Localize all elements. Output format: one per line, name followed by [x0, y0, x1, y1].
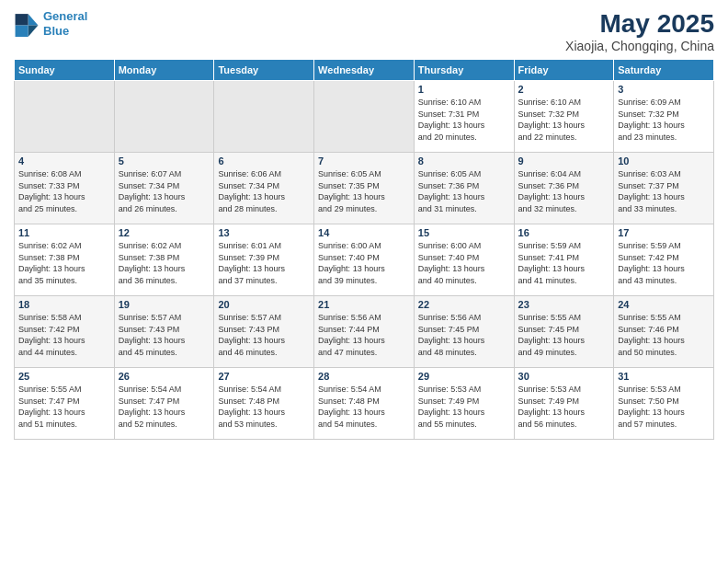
calendar-cell: 12Sunrise: 6:02 AM Sunset: 7:38 PM Dayli…: [114, 224, 214, 296]
col-friday: Friday: [514, 60, 614, 81]
svg-rect-2: [16, 14, 28, 25]
calendar-cell: [15, 81, 115, 153]
calendar-cell: 28Sunrise: 5:54 AM Sunset: 7:48 PM Dayli…: [314, 368, 415, 440]
day-number: 23: [518, 299, 610, 310]
week-row-4: 25Sunrise: 5:55 AM Sunset: 7:47 PM Dayli…: [15, 368, 714, 440]
day-info: Sunrise: 5:59 AM Sunset: 7:42 PM Dayligh…: [618, 240, 710, 286]
day-number: 25: [18, 371, 110, 382]
col-thursday: Thursday: [414, 60, 514, 81]
col-saturday: Saturday: [614, 60, 714, 81]
calendar-cell: 26Sunrise: 5:54 AM Sunset: 7:47 PM Dayli…: [114, 368, 214, 440]
calendar-cell: 29Sunrise: 5:53 AM Sunset: 7:49 PM Dayli…: [414, 368, 514, 440]
col-monday: Monday: [114, 60, 214, 81]
day-number: 17: [618, 227, 710, 238]
calendar-cell: 11Sunrise: 6:02 AM Sunset: 7:38 PM Dayli…: [15, 224, 115, 296]
day-number: 16: [518, 227, 610, 238]
day-info: Sunrise: 5:55 AM Sunset: 7:45 PM Dayligh…: [518, 312, 610, 358]
day-info: Sunrise: 5:56 AM Sunset: 7:45 PM Dayligh…: [418, 312, 510, 358]
calendar-cell: 2Sunrise: 6:10 AM Sunset: 7:32 PM Daylig…: [514, 81, 614, 153]
day-info: Sunrise: 6:05 AM Sunset: 7:36 PM Dayligh…: [418, 168, 510, 214]
calendar-cell: 24Sunrise: 5:55 AM Sunset: 7:46 PM Dayli…: [614, 296, 714, 368]
day-number: 15: [418, 227, 510, 238]
day-number: 24: [618, 299, 710, 310]
day-info: Sunrise: 5:57 AM Sunset: 7:43 PM Dayligh…: [119, 312, 210, 358]
day-number: 10: [618, 155, 710, 167]
day-number: 1: [418, 84, 510, 95]
day-info: Sunrise: 6:00 AM Sunset: 7:40 PM Dayligh…: [418, 240, 510, 286]
calendar-cell: 21Sunrise: 5:56 AM Sunset: 7:44 PM Dayli…: [314, 296, 415, 368]
day-number: 4: [18, 155, 110, 167]
calendar-cell: 22Sunrise: 5:56 AM Sunset: 7:45 PM Dayli…: [414, 296, 514, 368]
day-info: Sunrise: 5:54 AM Sunset: 7:48 PM Dayligh…: [218, 384, 310, 430]
day-number: 19: [119, 299, 210, 310]
day-info: Sunrise: 5:53 AM Sunset: 7:49 PM Dayligh…: [418, 384, 510, 430]
day-info: Sunrise: 6:07 AM Sunset: 7:34 PM Dayligh…: [119, 168, 210, 214]
day-number: 22: [418, 299, 510, 310]
day-number: 3: [618, 84, 710, 95]
day-number: 29: [418, 371, 510, 382]
day-number: 18: [18, 299, 110, 310]
day-info: Sunrise: 6:02 AM Sunset: 7:38 PM Dayligh…: [18, 240, 110, 286]
calendar-cell: [314, 81, 415, 153]
header-row: Sunday Monday Tuesday Wednesday Thursday…: [15, 60, 714, 81]
calendar-cell: 30Sunrise: 5:53 AM Sunset: 7:49 PM Dayli…: [514, 368, 614, 440]
day-number: 13: [218, 227, 310, 238]
week-row-3: 18Sunrise: 5:58 AM Sunset: 7:42 PM Dayli…: [15, 296, 714, 368]
day-info: Sunrise: 6:01 AM Sunset: 7:39 PM Dayligh…: [218, 240, 310, 286]
logo-icon: [14, 11, 40, 37]
logo-text: General Blue: [43, 9, 87, 38]
day-info: Sunrise: 6:09 AM Sunset: 7:32 PM Dayligh…: [618, 97, 710, 143]
day-number: 26: [119, 371, 210, 382]
col-wednesday: Wednesday: [314, 60, 415, 81]
calendar-cell: 15Sunrise: 6:00 AM Sunset: 7:40 PM Dayli…: [414, 224, 514, 296]
day-info: Sunrise: 5:57 AM Sunset: 7:43 PM Dayligh…: [218, 312, 310, 358]
day-number: 11: [18, 227, 110, 238]
calendar-cell: 25Sunrise: 5:55 AM Sunset: 7:47 PM Dayli…: [15, 368, 115, 440]
calendar-cell: 5Sunrise: 6:07 AM Sunset: 7:34 PM Daylig…: [114, 153, 214, 224]
calendar-cell: 6Sunrise: 6:06 AM Sunset: 7:34 PM Daylig…: [214, 153, 314, 224]
calendar-table: Sunday Monday Tuesday Wednesday Thursday…: [14, 59, 714, 440]
day-number: 14: [318, 227, 410, 238]
day-info: Sunrise: 6:02 AM Sunset: 7:38 PM Dayligh…: [119, 240, 210, 286]
day-info: Sunrise: 5:55 AM Sunset: 7:47 PM Dayligh…: [18, 384, 110, 430]
subtitle: Xiaojia, Chongqing, China: [565, 39, 714, 53]
calendar-cell: [214, 81, 314, 153]
calendar-cell: 16Sunrise: 5:59 AM Sunset: 7:41 PM Dayli…: [514, 224, 614, 296]
day-number: 12: [119, 227, 210, 238]
day-info: Sunrise: 6:08 AM Sunset: 7:33 PM Dayligh…: [18, 168, 110, 214]
day-number: 30: [518, 371, 610, 382]
calendar-cell: 7Sunrise: 6:05 AM Sunset: 7:35 PM Daylig…: [314, 153, 415, 224]
svg-marker-0: [28, 14, 39, 25]
calendar-cell: 17Sunrise: 5:59 AM Sunset: 7:42 PM Dayli…: [614, 224, 714, 296]
logo-line2: Blue: [43, 24, 69, 38]
calendar-cell: 23Sunrise: 5:55 AM Sunset: 7:45 PM Dayli…: [514, 296, 614, 368]
day-info: Sunrise: 6:04 AM Sunset: 7:36 PM Dayligh…: [518, 168, 610, 214]
calendar-cell: 20Sunrise: 5:57 AM Sunset: 7:43 PM Dayli…: [214, 296, 314, 368]
day-info: Sunrise: 5:54 AM Sunset: 7:47 PM Dayligh…: [119, 384, 210, 430]
day-number: 31: [618, 371, 710, 382]
day-number: 7: [318, 155, 410, 167]
svg-rect-3: [16, 25, 28, 36]
col-sunday: Sunday: [15, 60, 115, 81]
day-info: Sunrise: 5:55 AM Sunset: 7:46 PM Dayligh…: [618, 312, 710, 358]
calendar-cell: 19Sunrise: 5:57 AM Sunset: 7:43 PM Dayli…: [114, 296, 214, 368]
logo-line1: General: [43, 9, 87, 23]
calendar-cell: 8Sunrise: 6:05 AM Sunset: 7:36 PM Daylig…: [414, 153, 514, 224]
day-info: Sunrise: 5:53 AM Sunset: 7:49 PM Dayligh…: [518, 384, 610, 430]
day-info: Sunrise: 6:06 AM Sunset: 7:34 PM Dayligh…: [218, 168, 310, 214]
day-info: Sunrise: 5:59 AM Sunset: 7:41 PM Dayligh…: [518, 240, 610, 286]
calendar-cell: 27Sunrise: 5:54 AM Sunset: 7:48 PM Dayli…: [214, 368, 314, 440]
day-number: 27: [218, 371, 310, 382]
day-number: 21: [318, 299, 410, 310]
day-number: 28: [318, 371, 410, 382]
main-title: May 2025: [565, 9, 714, 39]
week-row-0: 1Sunrise: 6:10 AM Sunset: 7:31 PM Daylig…: [15, 81, 714, 153]
day-info: Sunrise: 5:54 AM Sunset: 7:48 PM Dayligh…: [318, 384, 410, 430]
day-info: Sunrise: 5:53 AM Sunset: 7:50 PM Dayligh…: [618, 384, 710, 430]
calendar-cell: 4Sunrise: 6:08 AM Sunset: 7:33 PM Daylig…: [15, 153, 115, 224]
logo: General Blue: [14, 9, 87, 38]
calendar-cell: [114, 81, 214, 153]
day-info: Sunrise: 6:00 AM Sunset: 7:40 PM Dayligh…: [318, 240, 410, 286]
day-info: Sunrise: 6:10 AM Sunset: 7:31 PM Dayligh…: [418, 97, 510, 143]
day-number: 6: [218, 155, 310, 167]
